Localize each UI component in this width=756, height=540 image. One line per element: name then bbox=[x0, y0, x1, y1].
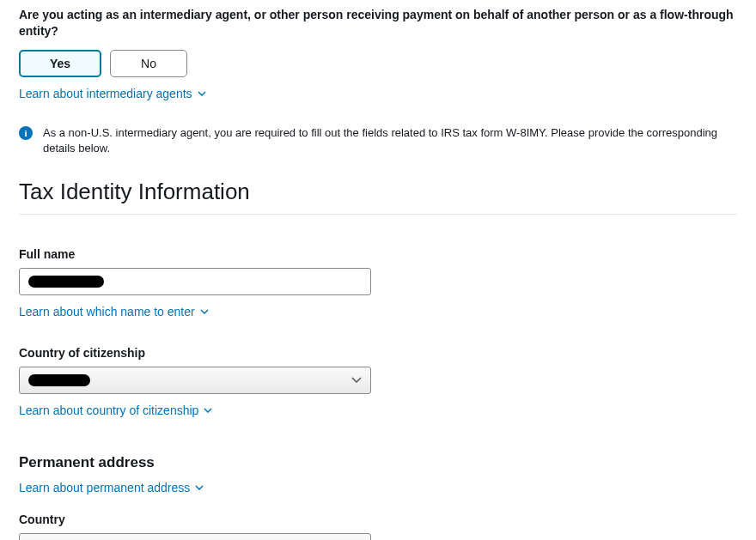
full-name-label: Full name bbox=[19, 247, 737, 261]
info-text: As a non-U.S. intermediary agent, you ar… bbox=[43, 125, 737, 156]
yes-button[interactable]: Yes bbox=[19, 50, 101, 77]
citizenship-select[interactable] bbox=[19, 367, 371, 394]
redacted-value bbox=[28, 374, 90, 386]
chevron-down-icon bbox=[204, 408, 212, 413]
learn-address-link[interactable]: Learn about permanent address bbox=[19, 480, 204, 495]
country-select[interactable] bbox=[19, 533, 371, 540]
learn-intermediary-link[interactable]: Learn about intermediary agents bbox=[19, 86, 206, 101]
full-name-input[interactable] bbox=[19, 268, 371, 295]
chevron-down-icon bbox=[200, 309, 209, 314]
section-title: Tax Identity Information bbox=[19, 179, 737, 205]
info-icon: i bbox=[19, 126, 33, 140]
no-button[interactable]: No bbox=[110, 50, 187, 77]
chevron-down-icon bbox=[351, 377, 362, 383]
country-label: Country bbox=[19, 513, 737, 526]
section-divider bbox=[19, 214, 737, 215]
learn-name-link[interactable]: Learn about which name to enter bbox=[19, 304, 209, 319]
learn-citizenship-link[interactable]: Learn about country of citizenship bbox=[19, 403, 212, 418]
link-label: Learn about country of citizenship bbox=[19, 403, 198, 418]
yes-no-group: Yes No bbox=[19, 50, 737, 77]
citizenship-label: Country of citizenship bbox=[19, 346, 737, 360]
link-label: Learn about intermediary agents bbox=[19, 86, 192, 101]
chevron-down-icon bbox=[195, 485, 204, 490]
link-label: Learn about which name to enter bbox=[19, 304, 195, 319]
link-label: Learn about permanent address bbox=[19, 480, 190, 495]
redacted-value bbox=[28, 276, 104, 288]
address-header: Permanent address bbox=[19, 454, 737, 471]
chevron-down-icon bbox=[198, 91, 206, 96]
info-box: i As a non-U.S. intermediary agent, you … bbox=[19, 125, 737, 156]
intermediary-question: Are you acting as an intermediary agent,… bbox=[19, 7, 737, 39]
